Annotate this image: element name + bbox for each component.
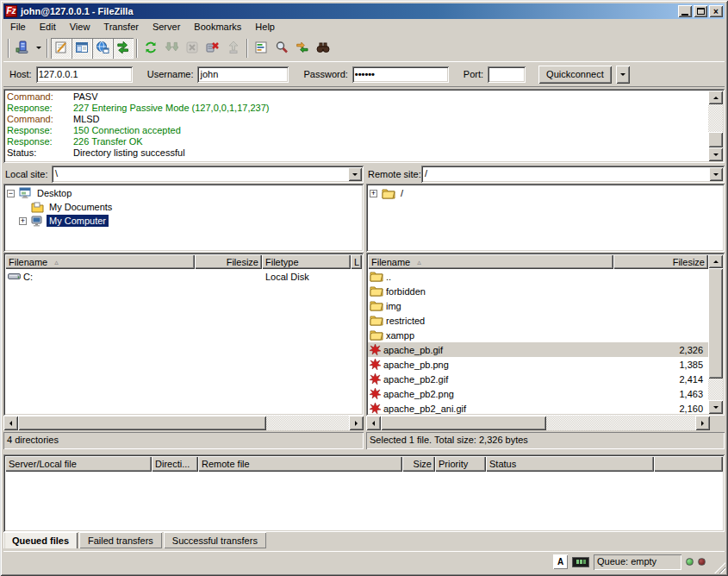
- cancel-button[interactable]: [182, 38, 202, 59]
- tab-failed-transfers[interactable]: Failed transfers: [79, 532, 162, 548]
- filezilla-window: Fz john@127.0.0.1 - FileZilla × File Edi…: [0, 0, 728, 576]
- remote-file-row[interactable]: ..: [368, 269, 708, 284]
- password-input[interactable]: [352, 66, 449, 83]
- menu-transfer[interactable]: Transfer: [96, 19, 146, 35]
- combo-dropdown-button[interactable]: [348, 167, 362, 181]
- column-header-filename[interactable]: Filename▵: [368, 254, 613, 269]
- message-log-icon: [54, 41, 68, 56]
- column-header-filetype[interactable]: Filetype: [262, 254, 351, 269]
- remote-file-row-selected[interactable]: apache_pb.gif 2,326: [368, 342, 708, 357]
- remote-file-row[interactable]: apache_pb2_ani.gif 2,160: [368, 401, 708, 414]
- menubar: File Edit View Transfer Server Bookmarks…: [3, 19, 725, 35]
- remote-file-row[interactable]: apache_pb.png 1,385: [368, 357, 708, 372]
- synchronized-browsing-icon: [296, 41, 309, 56]
- combo-dropdown-button[interactable]: [709, 167, 723, 181]
- scroll-down-button[interactable]: [708, 147, 723, 161]
- menu-file[interactable]: File: [3, 19, 33, 35]
- tab-queued-files[interactable]: Queued files: [3, 532, 78, 548]
- remote-file-row[interactable]: xampp: [368, 328, 708, 342]
- menu-server[interactable]: Server: [146, 19, 187, 35]
- tab-successful-transfers[interactable]: Successful transfers: [164, 532, 266, 548]
- maximize-button[interactable]: [694, 5, 707, 17]
- image-file-icon: [370, 373, 381, 385]
- column-header-filesize[interactable]: Filesize: [613, 254, 708, 269]
- site-manager-button[interactable]: [12, 38, 33, 59]
- local-file-row[interactable]: C: Local Disk: [5, 269, 362, 284]
- synchronized-browsing-button[interactable]: [292, 38, 313, 59]
- directory-comparison-button[interactable]: [271, 38, 292, 59]
- local-site-combo[interactable]: \: [52, 166, 364, 183]
- toggle-message-log-button[interactable]: [51, 38, 72, 59]
- column-header-filesize[interactable]: Filesize: [195, 254, 262, 269]
- remote-list-scrollbar[interactable]: [708, 254, 723, 414]
- folder-icon: [382, 188, 395, 199]
- toggle-local-tree-button[interactable]: [72, 38, 92, 59]
- expand-icon[interactable]: +: [370, 190, 377, 197]
- scrollbar-thumb[interactable]: [381, 416, 546, 430]
- tree-item-desktop[interactable]: − Desktop: [7, 186, 74, 200]
- remote-file-row[interactable]: apache_pb2.png 1,463: [368, 386, 708, 401]
- menu-edit[interactable]: Edit: [33, 19, 63, 35]
- remote-file-row[interactable]: apache_pb2.gif 2,414: [368, 372, 708, 386]
- remote-file-row[interactable]: restricted: [368, 313, 708, 328]
- scrollbar-thumb[interactable]: [708, 268, 723, 379]
- reconnect-button[interactable]: [223, 38, 244, 59]
- scroll-right-button[interactable]: [349, 416, 364, 430]
- remote-file-row[interactable]: img: [368, 298, 708, 313]
- host-input[interactable]: [36, 66, 133, 83]
- tree-item-root[interactable]: + /: [370, 186, 406, 200]
- message-log: Command:PASV Response:227 Entering Passi…: [3, 89, 725, 163]
- toggle-remote-tree-button[interactable]: [92, 38, 113, 59]
- close-button[interactable]: ×: [709, 5, 723, 17]
- collapse-icon[interactable]: −: [7, 190, 15, 197]
- arrow-right-icon: [701, 421, 706, 426]
- log-scrollbar[interactable]: [708, 91, 723, 161]
- menu-help[interactable]: Help: [248, 19, 282, 35]
- find-files-button[interactable]: [313, 38, 333, 59]
- datatype-ascii-icon[interactable]: A: [553, 554, 568, 569]
- refresh-button[interactable]: [140, 38, 161, 59]
- scroll-left-button[interactable]: [366, 416, 381, 430]
- remote-list-hscrollbar[interactable]: [366, 416, 710, 430]
- quickconnect-button[interactable]: Quickconnect: [538, 66, 612, 84]
- column-header-direction[interactable]: Directi...: [152, 456, 198, 472]
- drive-icon: [8, 272, 21, 281]
- scroll-up-button[interactable]: [708, 254, 723, 268]
- directory-listing-filters-button[interactable]: [251, 38, 271, 59]
- minimize-button[interactable]: [678, 5, 692, 17]
- tree-item-my-computer[interactable]: + My Computer: [19, 214, 109, 228]
- scroll-up-button[interactable]: [708, 91, 723, 104]
- toggle-transfer-queue-button[interactable]: [113, 38, 134, 59]
- scroll-down-button[interactable]: [708, 400, 723, 414]
- username-input[interactable]: [197, 66, 289, 83]
- column-header-priority[interactable]: Priority: [435, 456, 486, 472]
- quickconnect-dropdown[interactable]: [616, 66, 630, 84]
- column-header-size[interactable]: Size: [402, 456, 435, 472]
- quickconnect-button-label: Quickconnect: [546, 69, 604, 79]
- scrollbar-thumb[interactable]: [708, 132, 723, 147]
- scroll-left-button[interactable]: [3, 416, 18, 430]
- column-header-last-modified[interactable]: L: [351, 254, 362, 269]
- remote-file-row[interactable]: forbidden: [368, 284, 708, 298]
- site-manager-dropdown[interactable]: [33, 38, 44, 59]
- menu-bookmarks[interactable]: Bookmarks: [187, 19, 248, 35]
- process-queue-button[interactable]: [161, 38, 182, 59]
- local-list-header: Filename▵ Filesize Filetype L: [5, 254, 362, 269]
- port-input[interactable]: [488, 66, 526, 83]
- column-header-remote-file[interactable]: Remote file: [198, 456, 402, 472]
- process-queue-icon: [165, 41, 178, 56]
- remote-site-combo[interactable]: /: [421, 166, 725, 183]
- column-header-status[interactable]: Status: [486, 456, 654, 472]
- local-list-hscrollbar[interactable]: [3, 416, 364, 430]
- scroll-right-button[interactable]: [695, 416, 710, 430]
- column-header-filename[interactable]: Filename▵: [5, 254, 195, 269]
- speed-limit-icon[interactable]: [572, 557, 589, 567]
- desktop-icon: [19, 187, 32, 199]
- expand-icon[interactable]: +: [19, 217, 27, 225]
- refresh-icon: [144, 41, 158, 56]
- disconnect-button[interactable]: [202, 38, 223, 59]
- tree-item-my-documents[interactable]: My Documents: [7, 200, 115, 214]
- scrollbar-thumb[interactable]: [18, 416, 266, 430]
- column-header-server-local-file[interactable]: Server/Local file: [5, 456, 152, 472]
- menu-view[interactable]: View: [63, 19, 97, 35]
